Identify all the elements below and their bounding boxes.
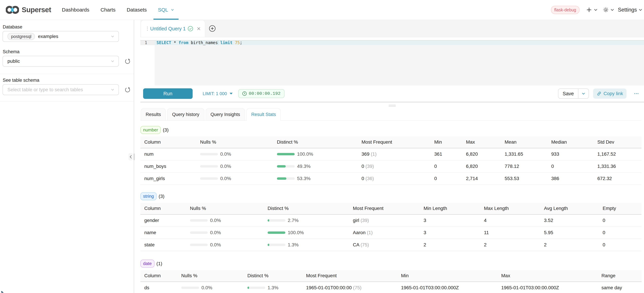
cell-value: gender [140, 214, 186, 226]
sql-editor[interactable]: 1 SELECT * from birth_names limit 75; [140, 40, 644, 86]
col-header: Range [598, 270, 642, 282]
caret-down-icon [230, 92, 233, 95]
cell-value: 0 [599, 214, 642, 226]
type-badge: string [140, 192, 157, 200]
database-value: examples [38, 34, 58, 39]
query-tab-strip: Untitled Query 1 [140, 20, 644, 37]
cell-value: num_boys [140, 160, 196, 172]
sidebar-divider [0, 74, 134, 74]
tab-result-stats[interactable]: Result Stats [246, 108, 281, 120]
table-row: ds0.0%1.3%1965-01-01T00:00:00 (75)1965-0… [140, 282, 642, 293]
pct-bar [190, 244, 208, 246]
cell-value: 3.52 [540, 214, 599, 226]
pane-drag-handle-icon[interactable] [389, 105, 396, 106]
freq-value: 369 [362, 152, 370, 157]
pct-bar [248, 286, 265, 289]
sidebar-resize-grip[interactable] [134, 154, 135, 160]
tab-results[interactable]: Results [141, 108, 166, 120]
new-item-button[interactable] [586, 7, 598, 12]
refresh-schemas-icon[interactable] [125, 58, 130, 64]
cell-value: 1,167.52 [594, 148, 642, 160]
nav-datasets[interactable]: Datasets [121, 0, 152, 20]
col-header: Median [547, 136, 594, 148]
freq-value: 1965-01-01T00:00:00 [306, 285, 352, 290]
col-header: Min Length [420, 203, 480, 214]
pct-bar [190, 219, 208, 222]
sql-toolbar: Run LIMIT: 1 000 00:00:00.192 Save [140, 86, 644, 102]
refresh-tables-icon[interactable] [125, 87, 130, 92]
col-header: Column [140, 136, 196, 148]
table-schema-label: See table schema [3, 78, 134, 82]
pct-bar [277, 177, 295, 180]
main-nav: Dashboards Charts Datasets SQL [56, 0, 180, 20]
col-header: Most Frequent [302, 270, 397, 282]
tab-query-insights[interactable]: Query Insights [206, 108, 245, 120]
save-options-button[interactable] [578, 89, 588, 98]
add-tab-button[interactable] [209, 20, 216, 37]
sidebar-divider-2 [0, 101, 134, 102]
cell-value: 0 [430, 172, 462, 185]
collapse-sidebar-button[interactable] [128, 153, 133, 160]
col-header: Min [397, 270, 497, 282]
freq-value: 0 [362, 164, 364, 169]
cell-value: 4 [480, 214, 540, 226]
col-header: Min [430, 136, 462, 148]
drag-handle-icon[interactable] [147, 26, 148, 31]
result-tab-strip: Results Query history Query Insights Res… [140, 108, 641, 121]
save-button[interactable]: Save [558, 89, 578, 98]
navbar: Superset Dashboards Charts Datasets SQL … [0, 0, 644, 20]
cell-value: 2 [540, 239, 599, 251]
table-select[interactable]: Select table or type to search tables [2, 84, 119, 95]
database-select[interactable]: postgresql examples [2, 31, 119, 42]
pct-bar [277, 165, 295, 168]
cell-value: 0 [599, 226, 642, 239]
table-row: gender0.0%2.7%girl (39)343.520 [140, 214, 642, 226]
mouse-cursor [1, 291, 4, 293]
cell-value: 361 [430, 148, 462, 160]
pct-bar [181, 286, 199, 289]
cell-value: 2 [420, 239, 480, 251]
settings-menu[interactable]: Settings [618, 7, 643, 13]
pct-bar [268, 232, 285, 234]
column-count: (3) [159, 194, 164, 199]
query-tab-title: Untitled Query 1 [150, 26, 186, 32]
chevron-down-icon [171, 8, 174, 11]
query-tab[interactable]: Untitled Query 1 [141, 20, 205, 37]
pct-bar [200, 153, 218, 155]
cell-value: 386 [547, 172, 594, 185]
pct-bar [200, 177, 218, 180]
pct-bar [277, 153, 295, 155]
link-icon [597, 91, 602, 96]
tab-query-history[interactable]: Query history [167, 108, 204, 120]
freq-count: (36) [366, 176, 374, 181]
table-row: num0.0%100.0%369 (1)3616,8201,331.659331… [140, 148, 642, 160]
chevron-down-icon [582, 92, 586, 96]
nav-charts[interactable]: Charts [95, 0, 121, 20]
cell-value: ds [140, 282, 177, 293]
nav-dashboards[interactable]: Dashboards [56, 0, 95, 20]
col-header: Column [140, 203, 186, 214]
col-header: Nulls % [196, 136, 273, 148]
copy-link-button[interactable]: Copy link [593, 88, 626, 99]
chevron-down-icon [594, 8, 598, 12]
schema-select[interactable]: public [2, 56, 119, 67]
col-header: Distinct % [244, 270, 302, 282]
schema-label: Schema [3, 50, 134, 54]
column-count: (1) [156, 261, 162, 266]
cell-value: 1,331.36 [594, 160, 642, 172]
brand[interactable]: Superset [0, 5, 56, 14]
limit-dropdown[interactable]: LIMIT: 1 000 [203, 91, 233, 96]
theme-toggle[interactable] [603, 7, 614, 13]
table-select-placeholder: Select table or type to search tables [8, 87, 83, 92]
more-options-button[interactable] [634, 93, 638, 94]
cell-value: 1,331.65 [501, 148, 547, 160]
close-tab-icon[interactable] [197, 27, 200, 30]
run-button[interactable]: Run [143, 88, 192, 99]
chevron-down-icon [110, 34, 115, 39]
stats-section-string: string(3)ColumnNulls %Distinct %Most Fre… [140, 192, 641, 251]
cell-value: 1965-01-01T03:00:00.000Z [397, 282, 497, 293]
plus-icon [586, 7, 592, 12]
col-header: Mean [501, 136, 547, 148]
freq-value: 0 [362, 176, 364, 181]
nav-sql[interactable]: SQL [152, 0, 180, 20]
